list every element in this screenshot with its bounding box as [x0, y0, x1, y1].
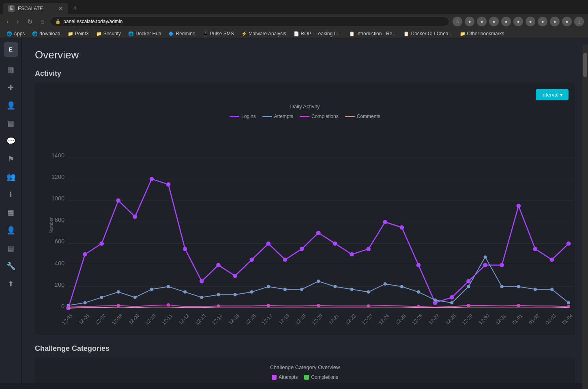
lock-icon: 🔒	[55, 19, 61, 24]
svg-point-53	[150, 177, 154, 181]
bookmark-icon-rop: 📄	[294, 31, 299, 37]
sidebar-item-add[interactable]: ✚	[3, 80, 19, 96]
bookmark-other[interactable]: 📁 Other bookmarks	[457, 30, 508, 37]
bookmark-label-security: Security	[103, 31, 121, 37]
svg-text:1200: 1200	[52, 174, 64, 180]
bookmark-label-intro: Introduction - Re...	[356, 31, 397, 37]
bookmark-malware[interactable]: ⚡ Malware Analysis	[238, 30, 290, 37]
ext-icon-5[interactable]: ●	[513, 17, 523, 26]
chart-legend: Logins Attempts Completions Comments	[41, 114, 569, 119]
bookmark-icon-intro: 📋	[349, 31, 355, 37]
svg-point-69	[416, 263, 421, 267]
svg-point-99	[400, 285, 403, 288]
svg-text:12-19: 12-19	[294, 313, 307, 326]
bookmark-security[interactable]: 📁 Security	[93, 30, 124, 37]
svg-point-85	[167, 285, 170, 288]
ext-icon-4[interactable]: ●	[501, 17, 511, 26]
sidebar-item-users[interactable]: 👥	[3, 169, 19, 185]
svg-point-97	[367, 290, 370, 294]
activity-section-title: Activity	[35, 69, 575, 78]
svg-point-84	[150, 288, 153, 291]
reload-button[interactable]: ↻	[25, 17, 35, 26]
back-button[interactable]: ‹	[4, 17, 11, 26]
svg-point-108	[550, 288, 554, 291]
sidebar-item-grid[interactable]: ▦	[3, 204, 19, 221]
home-button[interactable]: ⌂	[38, 17, 47, 26]
svg-point-59	[249, 258, 254, 262]
svg-point-71	[450, 295, 454, 300]
svg-point-104	[484, 256, 487, 259]
svg-point-101	[433, 299, 437, 302]
svg-text:12-13: 12-13	[194, 313, 207, 326]
bookmark-label-apps: Apps	[14, 31, 25, 37]
page-title: Overview	[35, 49, 575, 61]
sidebar-item-profile[interactable]: 👤	[3, 97, 19, 114]
interval-button[interactable]: Interval ▾	[536, 89, 569, 100]
svg-text:12-29: 12-29	[461, 313, 474, 326]
svg-point-74	[500, 263, 504, 267]
legend-color-logins	[230, 116, 239, 117]
ext-icon-6[interactable]: ●	[526, 17, 535, 26]
svg-text:12-10: 12-10	[144, 313, 157, 326]
sidebar-item-flag[interactable]: ⚑	[3, 151, 19, 167]
svg-point-87	[200, 296, 203, 299]
ext-icon-2[interactable]: ●	[477, 17, 487, 26]
active-tab[interactable]: E ESCALATE ✕	[3, 3, 68, 14]
svg-point-58	[233, 274, 237, 278]
scrollbar-track[interactable]	[582, 45, 588, 383]
sidebar-item-dashboard[interactable]: ▦	[3, 62, 19, 78]
bar-legend-color-completions	[304, 375, 309, 380]
svg-point-98	[384, 282, 387, 286]
svg-text:12-12: 12-12	[178, 313, 191, 326]
address-bar[interactable]: 🔒 panel.escalate.today/admin	[50, 17, 449, 26]
bookmark-redmine[interactable]: 🔷 Redmine	[165, 30, 198, 37]
svg-text:1400: 1400	[52, 152, 64, 159]
ext-icon-3[interactable]: ●	[489, 17, 499, 26]
sidebar-item-table[interactable]: ▤	[3, 115, 19, 131]
legend-label-completions: Completions	[311, 114, 339, 119]
bookmark-intro[interactable]: 📋 Introduction - Re...	[346, 30, 400, 37]
bookmark-rop[interactable]: 📄 ROP - Leaking Li...	[290, 30, 345, 37]
tab-close-button[interactable]: ✕	[58, 5, 63, 12]
chart-title: Daily Activity	[41, 103, 569, 110]
star-icon[interactable]: ☆	[453, 17, 462, 26]
svg-text:1000: 1000	[52, 195, 64, 202]
svg-point-88	[217, 293, 220, 297]
svg-point-83	[133, 296, 137, 299]
svg-text:12-14: 12-14	[211, 313, 224, 326]
bookmark-download[interactable]: 🌐 download	[29, 30, 63, 37]
bookmark-icon-download: 🌐	[32, 31, 38, 37]
ext-icon-8[interactable]: ●	[550, 17, 560, 26]
bookmark-pulse[interactable]: 📱 Pulse SMS	[200, 30, 237, 37]
ext-icon-9[interactable]: ●	[562, 17, 572, 26]
new-tab-button[interactable]: +	[70, 2, 81, 14]
sidebar-item-info[interactable]: ℹ	[3, 187, 19, 203]
svg-point-60	[266, 241, 271, 246]
svg-point-114	[267, 304, 270, 307]
scrollbar-thumb[interactable]	[583, 53, 587, 77]
svg-point-102	[450, 301, 453, 304]
svg-text:12-23: 12-23	[361, 313, 374, 326]
sidebar-item-tools[interactable]: 🔧	[3, 258, 19, 274]
svg-point-91	[267, 285, 270, 288]
menu-icon[interactable]: ⋮	[574, 17, 584, 26]
sidebar-item-messages[interactable]: 💬	[3, 133, 19, 149]
svg-point-109	[567, 301, 570, 304]
bookmark-point3[interactable]: 📁 Point3	[64, 30, 92, 37]
sidebar-item-schedule[interactable]: ▤	[3, 240, 19, 256]
bookmark-docker-cli[interactable]: 📋 Docker CLI Chea...	[400, 30, 455, 37]
ext-icon-1[interactable]: ●	[465, 17, 474, 26]
bookmark-icon-security: 📁	[96, 31, 102, 37]
forward-button[interactable]: ›	[14, 17, 21, 26]
bookmark-apps[interactable]: 🌐 Apps	[3, 30, 28, 37]
sidebar-item-user-alt[interactable]: 👤	[3, 222, 19, 239]
bookmark-docker-hub[interactable]: 🌐 Docker Hub	[125, 30, 164, 37]
svg-point-89	[234, 293, 237, 297]
ext-icon-7[interactable]: ●	[538, 17, 547, 26]
browser-toolbar: ‹ › ↻ ⌂ 🔒 panel.escalate.today/admin ☆ ●…	[0, 14, 588, 29]
app-wrapper: E ▦ ✚ 👤 ▤ 💬 ⚑ 👥 ℹ ▦ 👤 ▤ 🔧 ⬆ Overview Act…	[0, 39, 588, 383]
bookmark-label-other: Other bookmarks	[467, 31, 504, 37]
sidebar-item-export[interactable]: ⬆	[3, 276, 19, 292]
svg-point-115	[317, 304, 320, 307]
svg-point-103	[467, 285, 470, 288]
